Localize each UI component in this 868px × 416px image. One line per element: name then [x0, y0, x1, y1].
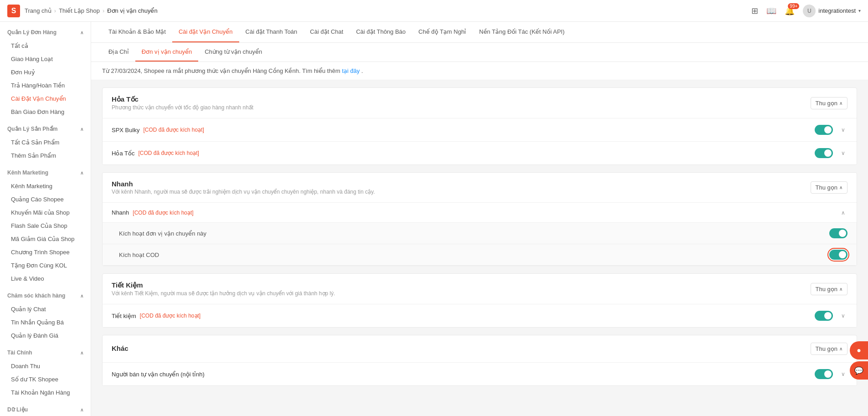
sidebar-item-all-orders[interactable]: Tất cả: [0, 39, 91, 52]
nhanh-activate-toggle[interactable]: [829, 228, 847, 238]
tab-account-security[interactable]: Tài Khoản & Bảo Mật: [102, 22, 172, 42]
sidebar-item-handover[interactable]: Bàn Giao Đơn Hàng: [0, 105, 91, 118]
nhanh-cod-toggle[interactable]: [829, 250, 847, 260]
nhanh-collapse-button[interactable]: Thu gọn ∧: [811, 181, 847, 194]
shipping-item-self-shipping: Người bán tự vận chuyển (nội tỉnh) ∨: [103, 362, 857, 385]
hoa-toc-toggle[interactable]: [815, 148, 833, 158]
sidebar-item-revenue[interactable]: Doanh Thu: [0, 360, 91, 373]
hoa-toc-collapse-label: Thu gọn: [816, 100, 837, 107]
sidebar-section-finance-header[interactable]: Tài Chính ∧: [0, 346, 91, 360]
sidebar-item-add-product[interactable]: Thêm Sản Phẩm: [0, 149, 91, 162]
tab-notification-settings[interactable]: Cài đặt Thông Báo: [349, 22, 412, 42]
sidebar-item-all-products[interactable]: Tất Cả Sản Phẩm: [0, 136, 91, 149]
sidebar-section-orders: Quản Lý Đơn Hàng ∧ Tất cả Giao Hàng Loạt…: [0, 26, 91, 118]
sidebar-item-kol[interactable]: Tặng Đơn Cùng KOL: [0, 259, 91, 272]
spx-bulky-expand-icon[interactable]: ∨: [838, 127, 847, 133]
section-hoa-toc: Hỏa Tốc Phương thức vận chuyển với tốc đ…: [102, 87, 857, 165]
sidebar-item-shipping-settings[interactable]: Cài Đặt Vận Chuyển: [0, 92, 91, 105]
sidebar-item-live-video[interactable]: Live & Video: [0, 272, 91, 285]
self-shipping-toggle[interactable]: [815, 369, 833, 379]
finance-collapse-icon: ∧: [80, 350, 83, 355]
user-info[interactable]: U integrationtest ▾: [803, 5, 861, 17]
shipping-item-tiet-kiem: Tiết kiệm [COD đã được kích hoạt] ∨: [103, 304, 857, 327]
tiet-kiem-collapse-button[interactable]: Thu gọn ∧: [811, 283, 847, 295]
sidebar-item-bank-account[interactable]: Tài Khoản Ngân Hàng: [0, 386, 91, 399]
breadcrumb: Trang chủ › Thiết Lập Shop › Đơn vị vận …: [25, 7, 158, 14]
nhanh-expand-icon[interactable]: ∧: [838, 210, 847, 216]
sidebar-item-marketing-channel[interactable]: Kênh Marketing: [0, 180, 91, 193]
nhanh-collapse-icon: ∧: [839, 185, 842, 190]
shipping-item-hoa-toc: Hỏa Tốc [COD đã được kích hoạt] ∨: [103, 141, 857, 164]
sidebar-item-reviews[interactable]: Quản lý Đánh Giá: [0, 329, 91, 342]
tiet-kiem-expand-icon[interactable]: ∨: [838, 313, 847, 319]
tiet-kiem-toggle[interactable]: [815, 311, 833, 321]
sidebar-item-shopee-program[interactable]: Chương Trình Shopee: [0, 246, 91, 259]
breadcrumb-home[interactable]: Trang chủ: [25, 7, 51, 14]
section-khac-title-block: Khác: [112, 344, 128, 353]
section-tiet-kiem-header: Tiết Kiệm Với kênh Tiết Kiệm, người mua …: [103, 274, 857, 304]
sidebar-item-shopee-balance[interactable]: Số dư TK Shopee: [0, 373, 91, 386]
hoa-toc-collapse-icon: ∧: [839, 101, 842, 106]
sidebar-section-marketing: Kênh Marketing ∧ Kênh Marketing Quảng Cá…: [0, 166, 91, 285]
sidebar-section-data-header[interactable]: Dữ Liệu ∧: [0, 403, 91, 416]
sidebar-section-marketing-header[interactable]: Kênh Marketing ∧: [0, 166, 91, 180]
sidebar-section-customer-care: Chăm sóc khách hàng ∧ Quản lý Chat Tin N…: [0, 289, 91, 342]
sidebar-section-data: Dữ Liệu ∧ Phân Tích Bán Hàng: [0, 403, 91, 416]
sidebar-item-returns[interactable]: Trả Hàng/Hoàn Tiền: [0, 79, 91, 92]
section-hoa-toc-subtitle: Phương thức vận chuyển với tốc độ giao h…: [112, 104, 253, 111]
section-khac-title: Khác: [112, 344, 128, 352]
tab-partner-platform[interactable]: Nền Tảng Đối Tác (Kết Nối API): [473, 22, 571, 42]
hoa-toc-expand-icon[interactable]: ∨: [838, 150, 847, 156]
section-tiet-kiem: Tiết Kiệm Với kênh Tiết Kiệm, người mua …: [102, 273, 857, 328]
shipping-item-self-shipping-name: Người bán tự vận chuyển (nội tỉnh): [112, 371, 205, 378]
shipping-item-spx-bulky-name: SPX Bulky [COD đã được kích hoạt]: [112, 127, 204, 134]
sidebar-section-orders-header[interactable]: Quản Lý Đơn Hàng ∧: [0, 26, 91, 39]
section-hoa-toc-title-block: Hỏa Tốc Phương thức vận chuyển với tốc đ…: [112, 95, 253, 111]
sidebar-item-broadcast[interactable]: Tin Nhắn Quảng Bá: [0, 316, 91, 329]
tab-vacation-mode[interactable]: Chế độ Tạm Nghỉ: [412, 22, 473, 42]
nhanh-subrow-activate: Kích hoạt đơn vị vận chuyển này: [103, 223, 857, 244]
sub-tab-shipping-units[interactable]: Đơn vị vận chuyển: [135, 43, 198, 62]
book-icon[interactable]: 📖: [766, 6, 776, 16]
section-nhanh-header: Nhanh Với kênh Nhanh, người mua sẽ được …: [103, 173, 857, 202]
sidebar-section-products-header[interactable]: Quản Lý Sản Phẩm ∧: [0, 122, 91, 136]
notice-link[interactable]: tại đây: [342, 67, 360, 74]
section-tiet-kiem-title-block: Tiết Kiệm Với kênh Tiết Kiệm, người mua …: [112, 281, 335, 297]
sub-tab-shipping-docs[interactable]: Chứng từ vận chuyển: [198, 43, 268, 62]
sidebar-item-promotions[interactable]: Khuyến Mãi của Shop: [0, 206, 91, 219]
main-tab-bar: Tài Khoản & Bảo Mật Cài đặt Vận Chuyển C…: [91, 22, 868, 43]
section-nhanh-title-block: Nhanh Với kênh Nhanh, người mua sẽ được …: [112, 180, 375, 195]
khac-collapse-label: Thu gọn: [816, 345, 837, 352]
breadcrumb-shop[interactable]: Thiết Lập Shop: [59, 7, 100, 14]
shipping-item-nhanh-name: Nhanh [COD đã được kích hoạt]: [112, 209, 194, 216]
notification-badge: 99+: [788, 3, 799, 9]
sidebar-item-cancel-orders[interactable]: Đơn Huỷ: [0, 66, 91, 79]
topbar-right: ⊞ 📖 🔔 99+ U integrationtest ▾: [751, 5, 861, 17]
tab-chat-settings[interactable]: Cài đặt Chat: [303, 22, 349, 42]
nhanh-subrow-cod: Kích hoạt COD: [103, 244, 857, 266]
section-nhanh-subtitle: Với kênh Nhanh, người mua sẽ được trải n…: [112, 189, 375, 195]
sidebar: Quản Lý Đơn Hàng ∧ Tất cả Giao Hàng Loạt…: [0, 22, 91, 416]
bell-icon[interactable]: 🔔 99+: [785, 6, 795, 16]
sidebar-item-flash-sale[interactable]: Flash Sale Của Shop: [0, 219, 91, 232]
floating-chat-icon[interactable]: ●: [850, 341, 868, 360]
self-shipping-expand-icon[interactable]: ∨: [838, 371, 847, 377]
user-chevron-icon: ▾: [858, 8, 861, 13]
spx-bulky-toggle[interactable]: [815, 125, 833, 135]
hoa-toc-collapse-button[interactable]: Thu gọn ∧: [811, 97, 847, 109]
sidebar-item-shopee-ads[interactable]: Quảng Cáo Shopee: [0, 193, 91, 206]
sidebar-section-products: Quản Lý Sản Phẩm ∧ Tất Cả Sản Phẩm Thêm …: [0, 122, 91, 162]
grid-icon[interactable]: ⊞: [751, 6, 758, 16]
tab-payment-settings[interactable]: Cài đặt Thanh Toán: [239, 22, 304, 42]
nhanh-collapse-label: Thu gọn: [816, 184, 837, 191]
sub-tab-address[interactable]: Địa Chỉ: [102, 43, 135, 62]
khac-collapse-button[interactable]: Thu gọn ∧: [811, 343, 847, 355]
tab-shipping-settings[interactable]: Cài đặt Vận Chuyển: [172, 22, 239, 42]
sidebar-item-bulk-delivery[interactable]: Giao Hàng Loạt: [0, 52, 91, 66]
sidebar-section-customer-care-header[interactable]: Chăm sóc khách hàng ∧: [0, 289, 91, 303]
sidebar-item-manage-chat[interactable]: Quản lý Chat: [0, 303, 91, 316]
notice-text: Từ 27/03/2024, Shopee ra mắt phương thức…: [102, 67, 342, 74]
username: integrationtest: [818, 7, 856, 14]
floating-message-icon[interactable]: 💬: [850, 361, 868, 380]
sidebar-item-vouchers[interactable]: Mã Giảm Giá Của Shop: [0, 232, 91, 246]
